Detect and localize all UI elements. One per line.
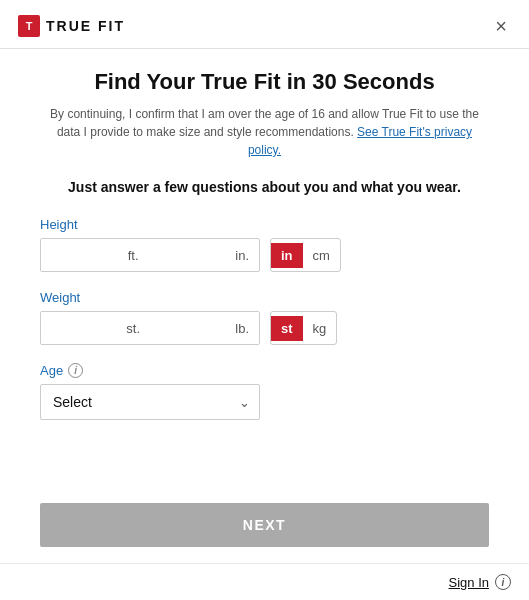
height-row: ft. in. in cm [40,238,489,272]
weight-lb-suffix: lb. [235,313,259,344]
logo: T TRUE FIT [18,15,125,37]
height-unit-toggle: in cm [270,238,341,272]
height-unit-in-button[interactable]: in [271,243,303,268]
sub-title: Just answer a few questions about you an… [40,179,489,195]
age-section: Age i Select Under 18 18-24 25-34 35-44 … [40,363,489,420]
close-button[interactable]: × [491,14,511,38]
weight-input-group: st. lb. [40,311,260,345]
weight-lb-input[interactable] [150,312,235,344]
height-ft-input[interactable] [41,239,128,271]
height-section: Height ft. in. in cm [40,217,489,272]
modal-header: T TRUE FIT × [0,0,529,49]
footer-info-icon[interactable]: i [495,574,511,590]
sign-in-link[interactable]: Sign In [449,575,489,590]
consent-text: By continuing, I confirm that I am over … [40,105,489,159]
height-input-group: ft. in. [40,238,260,272]
weight-label: Weight [40,290,489,305]
modal-body: Find Your True Fit in 30 Seconds By cont… [0,49,529,563]
age-select-wrapper: Select Under 18 18-24 25-34 35-44 45-54 … [40,384,260,420]
weight-unit-kg-button[interactable]: kg [303,316,337,341]
age-info-icon[interactable]: i [68,363,83,378]
age-select[interactable]: Select Under 18 18-24 25-34 35-44 45-54 … [40,384,260,420]
main-title: Find Your True Fit in 30 Seconds [40,69,489,95]
weight-section: Weight st. lb. st kg [40,290,489,345]
logo-icon: T [18,15,40,37]
weight-unit-toggle: st kg [270,311,337,345]
height-in-input[interactable] [149,239,236,271]
height-unit-cm-button[interactable]: cm [303,243,340,268]
height-label: Height [40,217,489,232]
modal-footer: Sign In i [0,563,529,600]
age-label-row: Age i [40,363,489,378]
logo-text: TRUE FIT [46,18,125,34]
age-label: Age [40,363,63,378]
next-button[interactable]: NEXT [40,503,489,547]
weight-row: st. lb. st kg [40,311,489,345]
weight-unit-st-button[interactable]: st [271,316,303,341]
height-in-suffix: in. [235,240,259,271]
spacer [40,438,489,487]
modal-container: T TRUE FIT × Find Your True Fit in 30 Se… [0,0,529,600]
weight-st-suffix: st. [126,313,150,344]
weight-st-input[interactable] [41,312,126,344]
height-ft-suffix: ft. [128,240,149,271]
